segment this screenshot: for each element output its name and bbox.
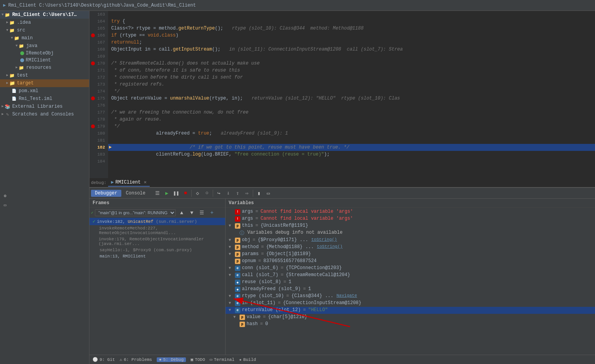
var-item-alreadyfreed[interactable]: ◆ alreadyFreed (slot_9) = 1: [226, 286, 595, 293]
line-num-166: 166: [89, 32, 108, 39]
toolbar-sep2: [213, 190, 213, 197]
chevron-down-icon: ▼: [2, 13, 4, 17]
sidebar-item-test[interactable]: ► 📁 test: [0, 72, 89, 79]
var-icon-hash: p: [240, 322, 245, 327]
var-expand-in: ▼: [229, 301, 233, 305]
var-item-rtype[interactable]: ▼ e rtype (slot_10) = {Class@344} ... Na…: [226, 293, 595, 300]
sidebar-item-src[interactable]: ▼ 📁 src: [0, 26, 89, 34]
status-debug[interactable]: ● 5: Debug: [157, 357, 186, 362]
btn-step-out[interactable]: ⇧: [233, 189, 242, 198]
line-num-168: 168: [89, 46, 108, 53]
build-icon: ★: [239, 357, 242, 362]
status-todo[interactable]: ▣ TODO: [191, 357, 205, 362]
code-line-177: /* we are freeing the connection now, do…: [108, 109, 595, 116]
var-eq-obj: =: [253, 237, 256, 243]
btn-thread-filter[interactable]: ☰: [198, 208, 206, 217]
var-item-obj[interactable]: ▼ p obj = {$Proxy0@1171} ... toString(): [226, 237, 595, 244]
var-item-args1[interactable]: ! args = Cannot find local variable 'arg…: [226, 208, 595, 215]
btn-resume[interactable]: ▶: [163, 189, 171, 198]
var-eq-method: =: [261, 244, 264, 250]
btn-thread-up[interactable]: ▲: [177, 208, 186, 217]
var-item-in[interactable]: ▼ e in (slot_11) = {ConnectionInputStrea…: [226, 300, 595, 307]
var-item-opnum[interactable]: p opnum = 8370655165776887524: [226, 258, 595, 265]
var-item-reuse[interactable]: ◆ reuse (slot_8) = 1: [226, 279, 595, 286]
sidebar-test-label: test: [17, 73, 28, 78]
code-lines-container[interactable]: try { Class<?> rtype = method.getReturnT…: [108, 11, 595, 178]
line-num-183: 183: [89, 151, 108, 158]
var-icon-obj: p: [235, 238, 240, 243]
btn-stop[interactable]: ■: [181, 189, 190, 198]
thread-selector: ✓ "main"@1 in gro..."main": RUNNING ▲ ▼ …: [89, 208, 225, 218]
var-item-conn[interactable]: ▼ e conn (slot_6) = {TCPConnection@1203}: [226, 265, 595, 272]
var-item-value[interactable]: ▼ p value = {char[5]@1210}: [226, 314, 595, 321]
line-num-178: 178: [89, 116, 108, 123]
var-item-params[interactable]: ▼ p params = {Object[1]@1189}: [226, 251, 595, 258]
sidebar-item-idea[interactable]: ► 📁 .idea: [0, 19, 89, 26]
frame-item-invokeremote227[interactable]: invokeRemoteMethod:227, RemoteObjectInvo…: [89, 225, 225, 236]
status-build[interactable]: ★ Build: [239, 357, 256, 362]
var-icon-opnum: p: [235, 259, 240, 264]
var-item-this[interactable]: ▼ p this = {UnicastRef@1191}: [226, 222, 595, 229]
sidebar-item-resources[interactable]: ► 📁 resources: [0, 64, 89, 72]
frame-label-invoke179: invoke:179, RemoteObjectInvocationHandle…: [99, 237, 222, 246]
var-eq1: =: [256, 209, 258, 214]
var-item-method[interactable]: ▼ p method = {Method@1188} ... toString(…: [226, 244, 595, 251]
sidebar-item-main[interactable]: ▼ 📁 main: [0, 34, 89, 42]
btn-run-to-cursor[interactable]: ⇨: [243, 189, 251, 198]
frame-label-sayhello: sayHello:-1, $Proxy0 (com.sun.proxy): [100, 248, 192, 252]
var-icon-returnvalue: e: [235, 308, 240, 313]
line-num-169: 169: [89, 53, 108, 60]
sidebar-item-extlibs[interactable]: ► 📚 External Libraries: [0, 103, 89, 110]
btn-layout[interactable]: ▭: [264, 189, 273, 198]
sidebar-item-rmitest[interactable]: 📄 Rmi_Test.iml: [0, 95, 89, 103]
btn-step-into[interactable]: ⇩: [224, 189, 233, 198]
sidebar-item-java[interactable]: ▼ 📁 java: [0, 42, 89, 50]
var-name-obj: obj: [242, 237, 250, 243]
var-navigate-method[interactable]: toString(): [317, 244, 343, 249]
session-tab-rmiclient[interactable]: ▶ RMIClient ✕: [108, 178, 150, 187]
var-navigate-obj[interactable]: toString(): [311, 237, 337, 242]
var-icon-error1: !: [235, 209, 240, 215]
tab-debugger[interactable]: Debugger: [91, 190, 121, 197]
btn-mute-breakpoints[interactable]: ○: [203, 189, 211, 198]
btn-evaluate[interactable]: ▮: [255, 189, 263, 198]
var-debuginfo-label: Variables debug info not available: [247, 230, 343, 235]
var-name-rtype: rtype (slot_10): [242, 293, 284, 299]
btn-step-over[interactable]: ↪: [215, 189, 223, 198]
btn-settings-list[interactable]: ☰: [153, 189, 162, 198]
sidebar-item-iremoteobj[interactable]: IRemoteObj: [0, 50, 89, 57]
sidebar-item-target[interactable]: ► 📁 target: [0, 79, 89, 87]
sidebar-project-root[interactable]: ▼ 📁 Rmi_Client C:\Users\17140\Desktop\gi…: [0, 11, 89, 19]
session-tab-close[interactable]: ✕: [144, 179, 147, 185]
var-item-hash[interactable]: p hash = 0: [226, 321, 595, 328]
btn-thread-down[interactable]: ▼: [187, 208, 196, 217]
frame-check-icon: ✓: [93, 219, 95, 224]
tab-console[interactable]: Console: [122, 190, 149, 197]
sidebar-item-pomxml[interactable]: 📄 pom.xml: [0, 87, 89, 95]
thread-dropdown[interactable]: "main"@1 in gro..."main": RUNNING: [95, 209, 176, 216]
btn-pause[interactable]: ❚❚: [172, 189, 180, 198]
frame-item-sayhello[interactable]: sayHello:-1, $Proxy0 (com.sun.proxy): [89, 247, 225, 253]
sidebar-extlibs-label: External Libraries: [12, 104, 63, 109]
sidebar-item-scratches[interactable]: ► ✎ Scratches and Consoles: [0, 110, 89, 118]
sidebar-item-rmiclient[interactable]: RMIClient: [0, 57, 89, 64]
debug-body: Frames ✓ "main"@1 in gro..."main": RUNNI…: [89, 199, 595, 355]
var-item-returnvalue[interactable]: ▼ e returnValue (slot_12) = "HELLO": [226, 307, 595, 314]
frames-list: ✓ invoke:182, UnicastRef (sun.rmi.server…: [89, 218, 225, 355]
var-item-call[interactable]: ▼ e call (slot_7) = {StreamRemoteCall@12…: [226, 272, 595, 279]
var-name-opnum: opnum: [242, 258, 256, 264]
status-terminal[interactable]: ▭ Terminal: [210, 357, 234, 362]
var-navigate-rtype[interactable]: Navigate: [336, 293, 357, 298]
status-git[interactable]: ⚪ 9: Git: [93, 357, 115, 362]
status-problems[interactable]: ⚠ 6: Problems: [120, 357, 152, 362]
frame-item-main13[interactable]: main:13, RMIClient: [89, 253, 225, 259]
btn-thread-add[interactable]: +: [208, 208, 216, 217]
frame-item-invoke179[interactable]: invoke:179, RemoteObjectInvocationHandle…: [89, 236, 225, 247]
frame-item-invoke182[interactable]: ✓ invoke:182, UnicastRef (sun.rmi.server…: [89, 218, 225, 225]
line-num-175: 175: [89, 95, 108, 102]
var-expand-method: ▼: [229, 245, 233, 249]
var-name-conn: conn (slot_6): [242, 265, 278, 271]
btn-view-breakpoints[interactable]: ◇: [193, 189, 202, 198]
var-item-args2[interactable]: ! args = Cannot find local variable 'arg…: [226, 215, 595, 222]
var-expand-rtype: ▼: [229, 294, 233, 298]
